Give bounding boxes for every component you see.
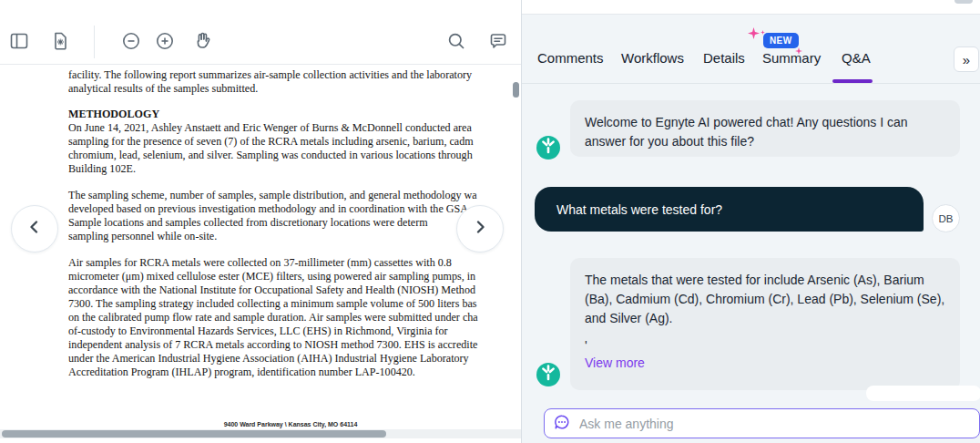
side-panel: Comments Workflows Details Summary Q&A N… (521, 0, 980, 443)
tab-details[interactable]: Details (703, 50, 745, 66)
panels-toggle-icon[interactable] (8, 30, 30, 52)
ai-answer-bubble: The metals that were tested for include … (570, 258, 960, 390)
answer-text: The metals that were tested for include … (585, 273, 944, 325)
ask-anything-input[interactable] (544, 408, 980, 438)
ai-welcome-bubble: Welcome to Egnyte AI powered chat! Any q… (570, 100, 960, 157)
egnyte-logo-icon (536, 361, 560, 388)
doc-text-line: independent analysis of 7 RCRA metals ac… (68, 338, 521, 352)
doc-text-line: 7300. The sampling strategy included col… (68, 297, 521, 311)
tab-workflows[interactable]: Workflows (621, 50, 684, 66)
double-chevron-right-icon: » (963, 52, 970, 67)
doc-text-line: Air samples for RCRA metals were collect… (68, 256, 521, 270)
tab-summary[interactable]: Summary (762, 50, 821, 66)
doc-text-line: The sampling scheme, number of samples, … (68, 189, 521, 202)
panel-tabs-row: Comments Workflows Details Summary Q&A N… (522, 15, 980, 84)
doc-text-line: of-custody to Environmental Hazards Serv… (68, 325, 521, 338)
new-badge: NEW (763, 33, 799, 48)
comment-icon[interactable] (487, 30, 509, 52)
egnyte-ai-avatar (536, 363, 560, 386)
egnyte-logo-icon (536, 134, 560, 161)
view-more-link[interactable]: View more (585, 354, 645, 373)
doc-text-line: sampling for the presence of seven (7) o… (68, 135, 521, 149)
cutoff-toolbar-remnant (954, 0, 973, 4)
viewer-toolbar (0, 0, 521, 65)
doc-text-line: analytical results of the samples submit… (68, 82, 521, 96)
page-footer-address: 9400 Ward Parkway \ Kansas City, MO 6411… (68, 421, 513, 428)
welcome-message-text: Welcome to Egnyte AI powered chat! Any q… (585, 115, 908, 149)
active-tab-underline (832, 79, 873, 83)
doc-text-line: sampling personnel while on-site. (68, 230, 521, 243)
user-avatar: DB (932, 204, 960, 232)
vertical-scrollbar-thumb[interactable] (513, 82, 519, 98)
doc-text-line: developed based on previous investigatio… (68, 202, 521, 216)
zoom-out-icon[interactable] (120, 30, 142, 52)
user-initials: DB (939, 213, 954, 224)
doc-text-line: micrometer (μm) mixed cellulose ester (M… (68, 270, 521, 283)
doc-text-line: Accreditation Program (IHLAP) program, i… (68, 366, 521, 379)
document-viewer: facility. The following report summarize… (0, 0, 521, 443)
previous-page-button[interactable] (11, 205, 58, 252)
collapse-panel-button[interactable]: » (954, 46, 979, 72)
doc-heading: METHODOLOGY (68, 108, 521, 121)
zoom-in-icon[interactable] (154, 30, 176, 52)
doc-text-line: chromium, lead, selenium, and silver. Sa… (68, 149, 521, 162)
tab-qa[interactable]: Q&A (842, 50, 871, 66)
partially-hidden-bubble (866, 386, 980, 401)
app-root: facility. The following report summarize… (0, 0, 980, 443)
sparkle-icon (748, 26, 760, 43)
ask-input-field[interactable] (577, 416, 970, 432)
toolbar-divider (94, 26, 95, 58)
horizontal-scrollbar-thumb[interactable] (2, 430, 386, 438)
quote-mark: ' (585, 339, 945, 352)
doc-text-line: Sample locations and samples collected f… (68, 216, 521, 230)
doc-text-line: On June 14, 2021, Ashley Anstaett and Er… (68, 121, 521, 135)
search-icon[interactable] (445, 30, 467, 52)
user-question-text: What metals were tested for? (556, 202, 722, 217)
chat-bubble-dots-icon (554, 414, 570, 434)
hand-tool-icon[interactable] (192, 30, 214, 52)
doc-text-line: under the American Industrial Hygiene As… (68, 352, 521, 366)
doc-text-line: accordance with the National Institute f… (68, 283, 521, 297)
document-settings-icon[interactable] (49, 30, 71, 52)
doc-text-line: facility. The following report summarize… (68, 68, 521, 82)
doc-text-line: Building 102E. (68, 162, 521, 176)
doc-text-line: on the calibrated pump flow rate and sam… (68, 311, 521, 325)
chevron-left-icon (26, 218, 44, 240)
chevron-right-icon (471, 218, 489, 240)
egnyte-ai-avatar (536, 136, 560, 160)
panel-top-strip (522, 0, 980, 15)
user-message-bubble: What metals were tested for? (535, 187, 924, 232)
tab-comments[interactable]: Comments (537, 50, 604, 66)
next-page-button[interactable] (456, 205, 504, 252)
